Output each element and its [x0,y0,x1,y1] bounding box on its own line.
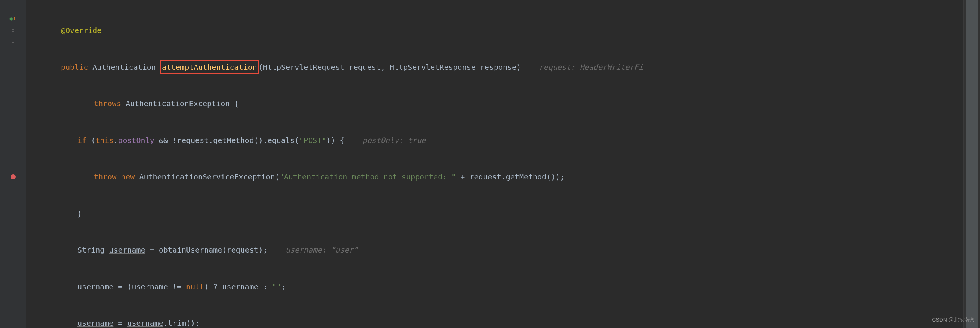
code-line[interactable]: throws AuthenticationException { [28,98,980,110]
run-gutter-icon[interactable]: ● ↑ [0,13,26,25]
watermark-text: CSDN @北执南念 [932,314,975,326]
method-name-highlighted: attemptAuthentication [162,63,257,72]
inline-hint: request: HeaderWriterFi [539,61,643,74]
run-icon: ● [10,13,13,25]
minimap-scrollbar[interactable] [964,0,980,328]
fold-icon-1[interactable]: ⊟ [0,24,26,37]
code-line[interactable]: if (this.postOnly && !request.getMethod(… [28,134,980,147]
override-up-icon: ↑ [13,13,16,25]
code-line[interactable]: public Authentication attemptAuthenticat… [28,61,980,74]
editor-gutter[interactable]: ● ↑ ⊟ ⊟ ⊟ [0,0,26,328]
code-line[interactable]: String username = obtainUsername(request… [28,244,980,256]
inline-hint: postOnly: true [363,134,426,147]
inline-hint: username: "user" [286,244,358,256]
code-line[interactable]: username = (username != null) ? username… [28,281,980,293]
code-line[interactable]: username = username.trim(); [28,317,980,328]
annotation: @Override [61,24,102,37]
fold-icon-3[interactable]: ⊟ [0,61,26,74]
code-editor: ● ↑ ⊟ ⊟ ⊟ @Override public Authenticatio… [0,0,980,328]
code-line[interactable]: } [28,208,980,220]
code-line[interactable]: @Override [28,24,980,37]
breakpoint-icon[interactable] [0,171,26,183]
code-line[interactable]: throw new AuthenticationServiceException… [28,171,980,183]
minimap-viewport[interactable] [966,0,978,328]
code-content[interactable]: @Override public Authentication attemptA… [26,0,980,328]
fold-icon-2[interactable]: ⊟ [0,37,26,49]
